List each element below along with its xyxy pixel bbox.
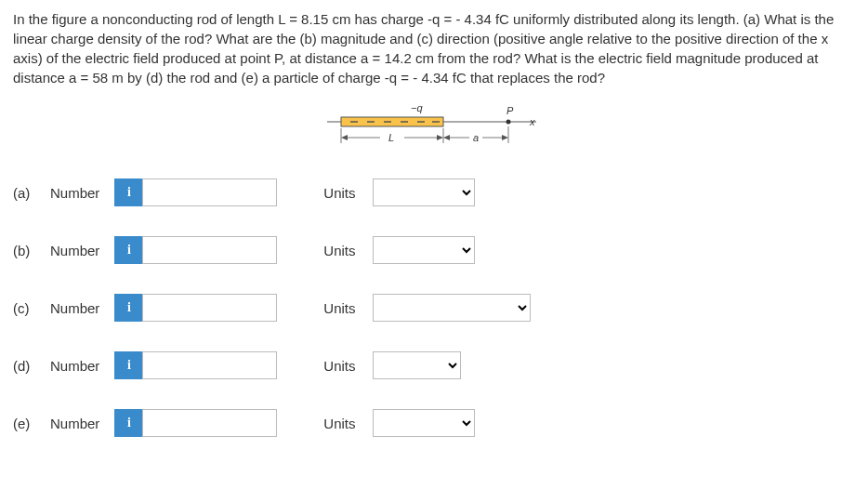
units-select-d[interactable] [373,351,461,379]
input-group-b: i [114,236,277,264]
rod-diagram: P x −q L a [322,100,546,151]
units-select-a[interactable] [373,178,475,206]
part-label-b: (b) [13,243,41,258]
info-icon[interactable]: i [114,236,142,264]
number-input-b[interactable] [142,236,277,264]
svg-text:−q: −q [411,102,423,113]
part-label-e: (e) [13,416,41,431]
input-group-e: i [114,409,277,437]
units-label: Units [323,300,355,316]
number-label: Number [50,300,99,316]
number-input-e[interactable] [142,409,277,437]
input-group-d: i [114,351,277,379]
number-label: Number [50,358,99,374]
units-label: Units [323,358,355,374]
answers-section: (a) Number i Units (b) Number i Units (c… [13,178,855,437]
number-input-d[interactable] [142,351,277,379]
units-select-c[interactable] [373,294,531,322]
answer-row-e: (e) Number i Units [13,409,855,437]
number-label: Number [50,243,99,258]
answer-row-b: (b) Number i Units [13,236,855,264]
units-label: Units [323,416,355,431]
part-label-a: (a) [13,185,41,201]
info-icon[interactable]: i [114,351,142,379]
info-icon[interactable]: i [114,409,142,437]
units-select-e[interactable] [373,409,475,437]
svg-marker-23 [443,135,450,140]
svg-text:L: L [388,132,394,143]
part-label-c: (c) [13,300,41,316]
question-text: In the figure a nonconducting rod of len… [13,9,855,87]
number-input-c[interactable] [142,294,277,322]
svg-marker-24 [502,135,508,140]
input-group-a: i [114,178,277,206]
answer-row-a: (a) Number i Units [13,178,855,206]
svg-text:a: a [473,132,479,143]
svg-point-9 [506,120,511,125]
svg-text:x: x [529,116,535,127]
number-label: Number [50,416,99,431]
input-group-c: i [114,294,277,322]
number-input-a[interactable] [142,178,277,206]
part-label-d: (d) [13,358,41,374]
units-label: Units [323,185,355,201]
answer-row-d: (d) Number i Units [13,351,855,379]
answer-row-c: (c) Number i Units [13,294,855,322]
number-label: Number [50,185,99,201]
info-icon[interactable]: i [114,294,142,322]
svg-marker-18 [437,135,443,140]
svg-text:P: P [506,105,514,116]
units-select-b[interactable] [373,236,475,264]
units-label: Units [323,243,355,258]
svg-marker-17 [341,135,348,140]
diagram-container: P x −q L a [13,100,855,151]
info-icon[interactable]: i [114,178,142,206]
